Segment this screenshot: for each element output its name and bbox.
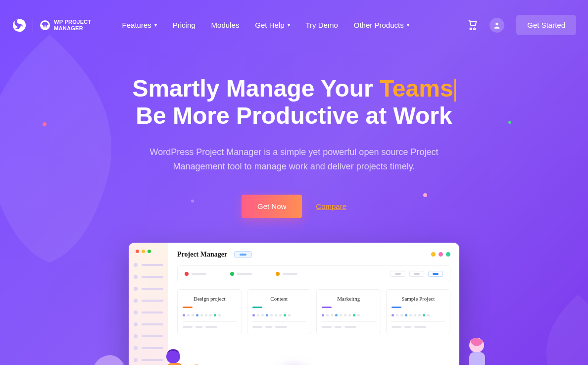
project-card: Markeitng <box>316 289 381 334</box>
hero-subtitle: WordPress Project Manager is a simple ye… <box>126 145 462 174</box>
svg-rect-6 <box>469 352 485 365</box>
mockup-title: Project Manager <box>177 251 227 259</box>
card-divider <box>252 321 306 322</box>
sidebar-item <box>134 299 163 303</box>
maximize-dot <box>147 250 151 253</box>
card-dots <box>392 314 445 316</box>
card-accent <box>392 307 401 308</box>
card-accent <box>322 307 332 308</box>
typing-cursor <box>454 79 456 102</box>
sidebar-item <box>134 263 163 267</box>
mockup-header-dots <box>431 252 450 257</box>
view-chip <box>409 271 424 277</box>
card-lines <box>322 326 376 328</box>
user-avatar[interactable] <box>490 18 504 33</box>
nav-label: Try Demo <box>306 21 338 29</box>
mockup-main: Project Manager Design project <box>168 243 459 365</box>
minimize-dot <box>142 250 145 253</box>
sidebar-item <box>134 287 163 291</box>
mockup-tabs <box>177 265 450 282</box>
nav-get-help[interactable]: Get Help ▾ <box>255 21 290 29</box>
sidebar-item <box>134 275 163 279</box>
sidebar-item <box>134 334 163 338</box>
card-divider <box>392 321 445 322</box>
mockup-tabs-right <box>391 271 443 277</box>
card-lines <box>252 326 306 328</box>
person-illustration-right <box>454 334 499 365</box>
nav-other-products[interactable]: Other Products ▾ <box>354 21 409 29</box>
user-icon <box>493 21 501 29</box>
card-divider <box>183 321 237 322</box>
decor-dot <box>43 122 47 126</box>
card-title: Sample Project <box>392 296 445 302</box>
mockup-tag-button <box>234 251 252 258</box>
svg-point-0 <box>496 22 498 25</box>
decor-dot <box>423 193 427 197</box>
card-title: Content <box>252 296 306 302</box>
chevron-down-icon: ▾ <box>154 22 157 28</box>
chevron-down-icon: ▾ <box>288 22 290 28</box>
card-dots <box>252 314 306 316</box>
card-divider <box>322 321 376 322</box>
mockup-tab <box>230 271 252 277</box>
project-card: Sample Project <box>386 289 451 334</box>
sidebar-item <box>134 311 163 314</box>
bg-leaf-left <box>0 25 148 272</box>
view-chip <box>391 271 405 277</box>
cart-icon[interactable] <box>467 20 478 31</box>
view-chip-active <box>428 271 443 277</box>
bg-leaf-right <box>529 290 588 365</box>
compare-link[interactable]: Compare <box>316 202 346 210</box>
main-nav: Features ▾ Pricing Modules Get Help ▾ Tr… <box>122 21 409 29</box>
nav-label: Get Help <box>255 21 284 29</box>
close-dot <box>136 250 139 253</box>
window-traffic-lights <box>134 250 163 253</box>
header-dot <box>439 252 443 257</box>
header-dot <box>446 252 450 257</box>
card-lines <box>183 326 237 328</box>
leaf-illustration <box>79 349 144 365</box>
nav-label: Modules <box>211 21 240 29</box>
card-accent <box>252 307 262 308</box>
chevron-down-icon: ▾ <box>407 22 409 28</box>
hero-title-part1: Smartly Manage Your <box>132 75 380 102</box>
get-started-button[interactable]: Get Started <box>516 15 576 35</box>
card-title: Design project <box>183 296 237 302</box>
mockup-cards-grid: Design project Content Markeitng Sample … <box>177 289 450 334</box>
nav-modules[interactable]: Modules <box>211 21 240 29</box>
mockup-tab <box>185 271 206 277</box>
svg-rect-2 <box>167 363 182 365</box>
nav-label: Other Products <box>354 21 404 29</box>
header-actions: Get Started <box>467 15 576 35</box>
card-accent <box>183 307 193 308</box>
card-title: Markeitng <box>322 296 376 302</box>
decor-dot <box>508 121 511 124</box>
mockup-header: Project Manager <box>177 251 450 259</box>
card-dots <box>322 314 376 316</box>
brand-line1: WP PROJECT <box>54 19 92 25</box>
card-dots <box>183 314 237 316</box>
hero-title-part2: Be More Productive at Work <box>136 103 452 129</box>
nav-label: Pricing <box>173 21 196 29</box>
get-now-button[interactable]: Get Now <box>242 195 302 218</box>
mockup-tab <box>276 271 297 277</box>
header-dot <box>431 252 436 257</box>
card-lines <box>392 326 445 328</box>
sidebar-item <box>134 322 163 326</box>
project-card: Design project <box>177 289 242 334</box>
nav-pricing[interactable]: Pricing <box>173 21 196 29</box>
decor-dot <box>191 200 194 203</box>
nav-try-demo[interactable]: Try Demo <box>306 21 338 29</box>
hero-title-accent: Teams <box>380 75 453 102</box>
project-card: Content <box>247 289 312 334</box>
person-illustration-left <box>148 344 208 365</box>
